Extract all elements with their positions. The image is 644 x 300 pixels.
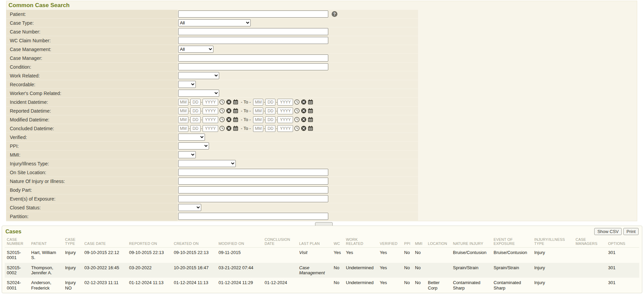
cell-nature_injury: Contaminated Sharp — [451, 278, 492, 293]
row-filler — [418, 194, 637, 203]
clear-icon[interactable] — [226, 117, 232, 122]
calendar-icon[interactable] — [308, 117, 313, 122]
condition-input[interactable] — [178, 63, 328, 70]
incident-datetime-from-dd-input[interactable] — [190, 99, 201, 106]
mmi-select[interactable] — [178, 151, 196, 158]
partial-search-button[interactable] — [315, 222, 333, 226]
clock-icon[interactable] — [294, 99, 300, 105]
incident-datetime-from-mm-input[interactable] — [178, 99, 188, 106]
events-of-exposure-label: Event(s) of Exposure: — [6, 194, 178, 203]
reported-datetime-from-dd-input[interactable] — [190, 108, 201, 114]
calendar-icon[interactable] — [233, 108, 238, 114]
calendar-icon[interactable] — [233, 125, 238, 131]
date-part-separator: - — [264, 109, 265, 113]
incident-datetime-to-yyyy-input[interactable] — [277, 99, 293, 106]
closed-status-label: Closed Status: — [6, 203, 178, 212]
case-management-select[interactable]: All — [178, 46, 213, 53]
incident-datetime-to-mm-input[interactable] — [253, 99, 263, 106]
clear-icon[interactable] — [226, 108, 232, 114]
cell-case_date: 03-20-2022 16:45 — [82, 263, 127, 278]
date-part-separator: - — [201, 109, 202, 113]
injury-illness-type-select[interactable] — [178, 160, 236, 167]
clear-icon[interactable] — [226, 125, 232, 131]
row-filler — [418, 133, 637, 142]
nature-of-injury-or-illness-input[interactable] — [178, 178, 328, 185]
clear-icon[interactable] — [301, 108, 307, 114]
reported-datetime-from-yyyy-input[interactable] — [203, 108, 218, 114]
reported-datetime-to-dd-input[interactable] — [265, 108, 275, 114]
modified-datetime-from-mm-input[interactable] — [178, 116, 188, 123]
case-number-input[interactable] — [178, 28, 328, 35]
cell-options: 301 — [606, 278, 639, 293]
reported-datetime-to-yyyy-input[interactable] — [277, 108, 293, 114]
closed-status-select[interactable] — [178, 204, 201, 211]
body-part-input[interactable] — [178, 186, 328, 193]
modified-datetime-to-yyyy-input[interactable] — [277, 116, 293, 123]
nature-of-injury-or-illness-field-area — [178, 177, 418, 186]
concluded-datetime-from-yyyy-input[interactable] — [203, 125, 218, 132]
case-manager-input[interactable] — [178, 54, 328, 62]
clear-icon[interactable] — [301, 125, 307, 131]
clock-icon[interactable] — [219, 125, 225, 131]
recordable-select[interactable] — [178, 81, 196, 88]
clear-icon[interactable] — [226, 99, 232, 105]
incident-datetime-to-dd-input[interactable] — [265, 99, 275, 106]
row-filler — [418, 63, 637, 71]
modified-datetime-from-date-group: -- — [178, 116, 238, 123]
concluded-datetime-to-dd-input[interactable] — [265, 125, 275, 132]
form-row-closed-status: Closed Status: — [6, 203, 637, 212]
print-button[interactable]: Print — [623, 228, 639, 235]
clock-icon[interactable] — [219, 108, 225, 114]
cell-modified_on: 09-11-2015 — [216, 248, 263, 263]
row-filler — [418, 98, 637, 107]
column-header-case_date: CASE DATE — [82, 237, 127, 248]
calendar-icon[interactable] — [308, 99, 313, 105]
case-type-select[interactable]: All — [178, 19, 251, 26]
events-of-exposure-input[interactable] — [178, 195, 328, 202]
search-panel-title: Common Case Search — [6, 1, 637, 10]
reported-datetime-from-mm-input[interactable] — [178, 108, 188, 114]
clock-icon[interactable] — [219, 99, 225, 105]
cell-last_plan: Visit — [297, 248, 332, 263]
ppi-select[interactable] — [178, 142, 209, 149]
clear-icon[interactable] — [301, 117, 307, 122]
calendar-icon[interactable] — [233, 117, 238, 122]
clock-icon[interactable] — [219, 117, 225, 122]
modified-datetime-from-yyyy-input[interactable] — [203, 116, 218, 123]
modified-datetime-to-dd-input[interactable] — [265, 116, 275, 123]
row-filler — [418, 186, 637, 194]
concluded-datetime-to-yyyy-input[interactable] — [277, 125, 293, 132]
clear-icon[interactable] — [301, 99, 307, 105]
work-related-label: Work Related: — [6, 71, 178, 80]
calendar-icon[interactable] — [233, 99, 238, 105]
injury-illness-type-label: Injury/Illness Type: — [6, 159, 178, 168]
concluded-datetime-from-mm-input[interactable] — [178, 125, 188, 132]
calendar-icon[interactable] — [308, 108, 313, 114]
calendar-icon[interactable] — [308, 125, 313, 131]
work-related-select[interactable] — [178, 72, 219, 79]
clock-icon[interactable] — [294, 108, 300, 114]
cell-case_managers — [574, 263, 606, 278]
wc-claim-number-input[interactable] — [178, 37, 328, 44]
clock-icon[interactable] — [294, 117, 300, 122]
form-row-events-of-exposure: Event(s) of Exposure: — [6, 194, 637, 203]
concluded-datetime-to-mm-input[interactable] — [253, 125, 263, 132]
modified-datetime-to-mm-input[interactable] — [253, 116, 263, 123]
row-filler — [418, 168, 637, 177]
on-site-location-input[interactable] — [178, 169, 328, 176]
modified-datetime-from-dd-input[interactable] — [190, 116, 201, 123]
help-icon[interactable]: ? — [332, 11, 337, 17]
partition-input[interactable] — [178, 213, 328, 220]
workers-comp-related-select[interactable] — [178, 90, 219, 97]
show-csv-button[interactable]: Show CSV — [594, 228, 622, 235]
clock-icon[interactable] — [294, 125, 300, 131]
verified-select[interactable] — [178, 134, 205, 141]
incident-datetime-from-yyyy-input[interactable] — [203, 99, 218, 106]
concluded-datetime-from-dd-input[interactable] — [190, 125, 201, 132]
form-row-body-part: Body Part: — [6, 186, 637, 194]
patient-input[interactable] — [178, 10, 328, 18]
reported-datetime-to-mm-input[interactable] — [253, 108, 263, 114]
row-filler — [418, 115, 637, 124]
column-header-conclusion_date: CONCLUSION DATE — [263, 237, 297, 248]
modified-datetime-label: Modified Datetime: — [6, 115, 178, 124]
